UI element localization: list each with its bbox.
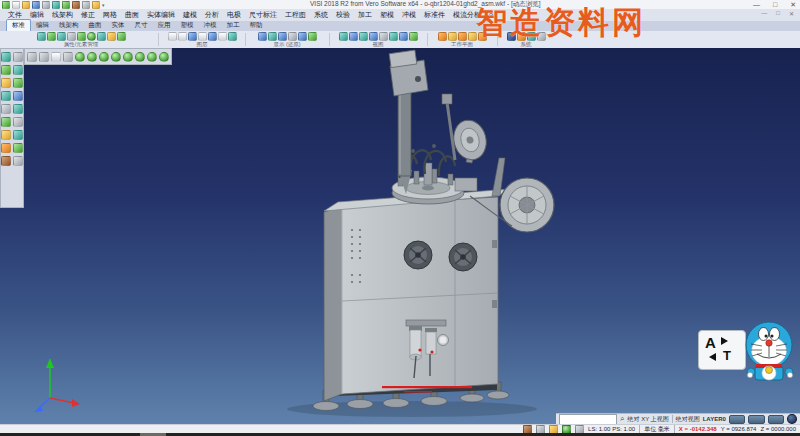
zoom-all-icon[interactable] [339, 32, 348, 41]
filter-icon[interactable] [117, 32, 126, 41]
rotate-view-icon[interactable] [369, 32, 378, 41]
select-face-icon[interactable] [13, 65, 23, 75]
tab-dimension[interactable]: 尺寸 [130, 20, 153, 31]
rotate-icon[interactable] [13, 130, 23, 140]
array-icon[interactable] [1, 156, 11, 166]
shaded-mode-icon[interactable] [75, 52, 85, 62]
tab-edit[interactable]: 编辑 [31, 20, 54, 31]
redo-icon[interactable] [82, 1, 90, 9]
snap-mid-icon[interactable] [13, 91, 23, 101]
full-screen-icon[interactable] [63, 52, 73, 62]
split-view-icon[interactable] [39, 52, 49, 62]
iso-view-icon[interactable] [389, 32, 398, 41]
isolate-icon[interactable] [278, 32, 287, 41]
minimize-button[interactable]: — [753, 0, 760, 9]
tab-application[interactable]: 应用 [153, 20, 176, 31]
top-view-icon[interactable] [399, 32, 408, 41]
menu-item-surface[interactable]: 曲面 [121, 10, 143, 20]
select-icon[interactable] [1, 52, 11, 62]
menu-item-standard-parts[interactable]: 标准件 [420, 10, 449, 20]
tab-solid[interactable]: 实体 [107, 20, 130, 31]
delete-icon[interactable] [13, 156, 23, 166]
window-layout-icon[interactable] [51, 52, 61, 62]
render-sphere-icon[interactable] [787, 414, 797, 424]
layer-move-icon[interactable] [188, 32, 197, 41]
view-filter-input[interactable] [559, 414, 617, 425]
view-orientation-widget[interactable]: A T [698, 330, 746, 370]
layer-copy-icon[interactable] [198, 32, 207, 41]
restore-icon[interactable] [298, 32, 307, 41]
mirror-icon[interactable] [1, 143, 11, 153]
color-icon[interactable] [67, 32, 76, 41]
hidden-line-icon[interactable] [111, 52, 121, 62]
tab-standard[interactable]: 标准 [6, 19, 31, 31]
layer-settings-icon[interactable] [228, 32, 237, 41]
import-icon[interactable] [52, 1, 60, 9]
single-view-icon[interactable] [27, 52, 37, 62]
menu-item-dimension[interactable]: 尺寸标注 [245, 10, 281, 20]
menu-item-modeling[interactable]: 建模 [179, 10, 201, 20]
snap-center-icon[interactable] [1, 104, 11, 114]
menu-item-die[interactable]: 冲模 [398, 10, 420, 20]
shaded-edges-icon[interactable] [87, 52, 97, 62]
menu-item-verify[interactable]: 校验 [332, 10, 354, 20]
show-all-icon[interactable] [308, 32, 317, 41]
viewport-canvas[interactable] [0, 48, 800, 424]
linetype-icon[interactable] [77, 32, 86, 41]
select-box-icon[interactable] [13, 52, 23, 62]
mdi-close-icon[interactable]: ✕ [789, 10, 794, 17]
open-file-icon[interactable] [22, 1, 30, 9]
menu-item-electrode[interactable]: 电极 [223, 10, 245, 20]
magnifier-icon[interactable]: ⌕ [620, 415, 624, 423]
pan-icon[interactable] [359, 32, 368, 41]
layer-on-icon[interactable] [208, 32, 217, 41]
workplane-rotate-icon[interactable] [458, 32, 467, 41]
hide-icon[interactable] [258, 32, 267, 41]
move-icon[interactable] [1, 130, 11, 140]
ghost-mode-icon[interactable] [135, 52, 145, 62]
layer-quick-button-1[interactable] [729, 415, 745, 424]
menu-item-wireframe[interactable]: 线架构 [48, 10, 77, 20]
quick-access-dropdown-icon[interactable]: ▾ [102, 2, 105, 8]
menu-item-system[interactable]: 系统 [310, 10, 332, 20]
select-chain-icon[interactable] [1, 65, 11, 75]
export-icon[interactable] [62, 1, 70, 9]
highlight-icon[interactable] [107, 32, 116, 41]
layer-quick-button-2[interactable] [748, 415, 764, 424]
tab-machining[interactable]: 加工 [222, 20, 245, 31]
zoom-window-icon[interactable] [349, 32, 358, 41]
shading-icon[interactable] [87, 32, 96, 41]
menu-item-mesh[interactable]: 网格 [99, 10, 121, 20]
dynamic-view-icon[interactable] [409, 32, 418, 41]
menu-item-mould[interactable]: 塑模 [376, 10, 398, 20]
layer-list-icon[interactable] [178, 32, 187, 41]
snap-intersect-icon[interactable] [13, 104, 23, 114]
previous-view-icon[interactable] [379, 32, 388, 41]
workplane-new-icon[interactable] [438, 32, 447, 41]
snap-end-icon[interactable] [1, 91, 11, 101]
menu-item-solid-edit[interactable]: 实体编辑 [143, 10, 179, 20]
transparency-icon[interactable] [97, 32, 106, 41]
print-icon[interactable] [42, 1, 50, 9]
scale-icon[interactable] [13, 143, 23, 153]
tab-help[interactable]: 帮助 [245, 20, 268, 31]
transparent-mode-icon[interactable] [123, 52, 133, 62]
unhide-icon[interactable] [268, 32, 277, 41]
settings-icon[interactable] [92, 1, 100, 9]
wireframe-mode-icon[interactable] [99, 52, 109, 62]
mdi-restore-icon[interactable]: □ [776, 10, 780, 17]
new-file-icon[interactable] [12, 1, 20, 9]
active-layer-button[interactable]: LAYER0 [703, 416, 726, 422]
select-edge-icon[interactable] [13, 78, 23, 88]
menu-item-machining[interactable]: 加工 [354, 10, 376, 20]
close-button[interactable]: ✕ [790, 0, 796, 9]
layer-new-icon[interactable] [168, 32, 177, 41]
measure-angle-icon[interactable] [13, 117, 23, 127]
tab-mould[interactable]: 塑模 [176, 20, 199, 31]
blank-icon[interactable] [288, 32, 297, 41]
render-mode-icon[interactable] [159, 52, 169, 62]
tab-surface[interactable]: 曲面 [84, 20, 107, 31]
element-manager-icon[interactable] [47, 32, 56, 41]
undo-icon[interactable] [72, 1, 80, 9]
perspective-icon[interactable] [147, 52, 157, 62]
